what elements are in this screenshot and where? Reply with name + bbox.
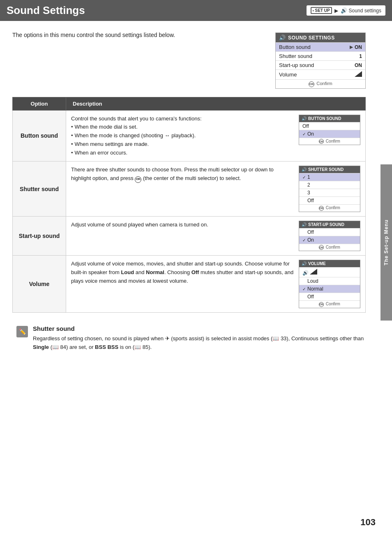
option-desc: There are three shutter sounds to choose… (66, 162, 366, 217)
menu-label: Volume (279, 72, 297, 78)
mini-menu-row: ✓On (299, 236, 360, 244)
table-row: Shutter sound There are three shutter so… (13, 162, 366, 217)
mini-menu-startup-sound: 🔊 START-UP SOUND Off ✓On OK Confirm (299, 221, 360, 252)
breadcrumb-section: 🔊 Sound settings (341, 7, 381, 14)
mini-menu-row: ✓Normal (299, 285, 360, 293)
option-label: Start-up sound (13, 216, 66, 256)
mini-menu-footer: OK Confirm (299, 300, 360, 308)
note-title: Shutter sound (33, 325, 366, 332)
mini-speaker-icon: 🔊 (302, 222, 307, 227)
mini-menu-volume: 🔊 VOLUME 🔊 Loud ✓Normal Off (299, 260, 360, 308)
breadcrumb-setup: ▪ SET UP (311, 7, 332, 14)
intro-text: The options in this menu control the sou… (12, 31, 263, 39)
menu-footer: OK Confirm (276, 79, 365, 88)
mini-menu-row: ✓On (299, 130, 360, 138)
note-section: ✏️ Shutter sound Regardless of setting c… (12, 325, 366, 352)
mini-menu-footer: OK Confirm (299, 204, 360, 212)
table-row: Start-up sound Adjust volume of sound pl… (13, 216, 366, 256)
menu-header: 🔊 SOUND SETTINGS (276, 33, 365, 42)
mini-menu-row: Off (299, 196, 360, 204)
col-description: Description (66, 97, 366, 110)
menu-label: Start-up sound (279, 62, 314, 68)
breadcrumb-arrow: ▶ (334, 8, 338, 14)
mini-menu-row: ✓1 (299, 173, 360, 181)
page-title: Sound Settings (7, 4, 85, 17)
mini-menu-header: 🔊 START-UP SOUND (299, 221, 360, 228)
svg-marker-0 (355, 71, 362, 77)
mini-menu-footer: OK Confirm (299, 138, 360, 145)
option-label: Button sound (13, 110, 66, 162)
ok-icon: OK (319, 139, 324, 144)
main-content: The options in this menu control the sou… (0, 21, 378, 360)
mini-menu-shutter-sound: 🔊 SHUTTER SOUND ✓1 2 3 Off OK Confirm (299, 166, 360, 212)
option-desc: Adjust volume of voice memos, movies, an… (66, 256, 366, 313)
mini-menu-header: 🔊 VOLUME (299, 260, 360, 267)
mini-menu-button-sound: 🔊 BUTTON SOUND Off ✓On OK Confirm (299, 115, 360, 145)
menu-label: Button sound (279, 44, 311, 50)
ok-icon: OK (319, 302, 324, 307)
desc-text: Control the sounds that alert you to cam… (71, 115, 295, 157)
ok-icon: OK (309, 81, 314, 87)
mini-menu-footer: OK Confirm (299, 244, 360, 251)
pencil-icon: ✏️ (19, 328, 26, 335)
option-desc: Control the sounds that alert you to cam… (66, 110, 366, 162)
ok-icon: OK (319, 245, 324, 250)
ok-icon: OK (319, 206, 324, 211)
row-value (355, 71, 362, 78)
mini-menu-row: Off (299, 122, 360, 130)
row-value: ON (355, 62, 362, 68)
option-desc: Adjust volume of sound played when camer… (66, 216, 366, 256)
mini-speaker-icon: 🔊 (302, 167, 307, 172)
mini-menu-row: 🔊 (299, 267, 360, 277)
menu-row-startup-sound: Start-up sound ON (276, 60, 365, 69)
note-text: Regardless of setting chosen, no sound i… (33, 335, 366, 352)
page-number: 103 (360, 517, 376, 528)
mini-speaker-icon: 🔊 (302, 116, 307, 121)
row-value: 1 (359, 53, 362, 59)
intro-section: The options in this menu control the sou… (12, 31, 366, 89)
row-value: ON (355, 44, 362, 50)
desc-text: There are three shutter sounds to choose… (71, 166, 295, 212)
note-icon-box: ✏️ (16, 326, 28, 337)
menu-label: Shutter sound (279, 53, 312, 59)
sidebar-tab: The Set-up Menu (380, 164, 392, 321)
col-option: Option (13, 97, 66, 110)
mini-speaker-icon: 🔊 (302, 261, 307, 266)
mini-menu-row: Off (299, 228, 360, 236)
menu-row-shutter-sound: Shutter sound 1 (276, 51, 365, 60)
page-header: Sound Settings ▪ SET UP ▶ 🔊 Sound settin… (0, 0, 392, 21)
menu-title: SOUND SETTINGS (288, 35, 335, 41)
desc-text: Adjust volume of sound played when camer… (71, 221, 295, 252)
table-row: Volume Adjust volume of voice memos, mov… (13, 256, 366, 313)
option-label: Volume (13, 256, 66, 313)
note-content: Shutter sound Regardless of setting chos… (33, 325, 366, 352)
options-table: Option Description Button sound Control … (12, 97, 366, 313)
desc-text: Adjust volume of voice memos, movies, an… (71, 260, 295, 308)
mini-menu-row: 3 (299, 189, 360, 196)
mini-menu-row: Off (299, 293, 360, 300)
sidebar-label: The Set-up Menu (383, 219, 389, 265)
row-arrow: ▶ (350, 44, 353, 50)
sound-settings-menu: 🔊 SOUND SETTINGS Button sound ▶ ON Shutt… (275, 32, 366, 89)
volume-icons: 🔊 (302, 269, 317, 276)
mini-menu-header: 🔊 BUTTON SOUND (299, 115, 360, 122)
mini-menu-row: 2 (299, 181, 360, 189)
speaker-icon: 🔊 (279, 35, 286, 41)
svg-marker-1 (310, 269, 317, 275)
option-label: Shutter sound (13, 162, 66, 217)
mini-menu-row: Loud (299, 277, 360, 285)
table-row: Button sound Control the sounds that ale… (13, 110, 366, 162)
breadcrumb: ▪ SET UP ▶ 🔊 Sound settings (307, 5, 386, 16)
menu-row-button-sound: Button sound ▶ ON (276, 42, 365, 51)
menu-row-volume: Volume (276, 69, 365, 79)
mini-menu-header: 🔊 SHUTTER SOUND (299, 166, 360, 173)
